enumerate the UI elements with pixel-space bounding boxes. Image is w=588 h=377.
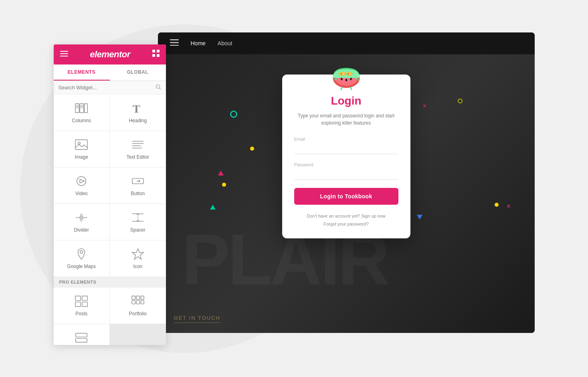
svg-text:♥: ♥ [347, 73, 349, 76]
deco-triangle-blue [417, 215, 422, 220]
svg-text:♥: ♥ [340, 73, 342, 76]
svg-rect-19 [75, 139, 87, 149]
svg-marker-26 [80, 179, 84, 183]
widget-portfolio[interactable]: Portfolio [110, 288, 166, 324]
get-in-touch: GET IN TOUCH [174, 315, 220, 323]
tab-elements[interactable]: ELEMENTS [54, 65, 110, 81]
image-icon [75, 138, 88, 151]
elementor-logo: elementor [90, 49, 130, 60]
svg-rect-41 [132, 296, 135, 299]
svg-text:T: T [133, 103, 140, 115]
email-field-container: Email [294, 137, 398, 154]
google-maps-icon [75, 248, 88, 260]
widget-posts-label: Posts [75, 311, 87, 317]
deco-circle-olive2 [458, 99, 463, 103]
widget-spacer[interactable]: Spacer [110, 204, 166, 240]
widget-form[interactable]: Form [54, 324, 110, 345]
svg-rect-9 [75, 103, 79, 113]
login-mascot: ♥ ♥ [330, 65, 362, 89]
widget-icon-label: Icon [133, 264, 142, 269]
login-card: ♥ ♥ Login Type your email and password l… [282, 75, 410, 239]
password-label: Password [294, 162, 398, 167]
widget-button[interactable]: Button [110, 167, 166, 204]
deco-x-top-right: × [423, 103, 426, 109]
svg-rect-6 [157, 54, 160, 57]
hero-area: × × × × PLAIR [158, 54, 535, 333]
sidebar-tabs: ELEMENTS GLOBAL [54, 65, 166, 81]
svg-rect-51 [170, 45, 179, 46]
svg-rect-50 [170, 42, 179, 43]
search-icon [156, 84, 161, 91]
widget-divider-label: Divider [74, 227, 89, 233]
grid-icon[interactable] [152, 50, 160, 59]
deco-dot-yellow2 [222, 183, 226, 187]
pro-elements-label: PRO ELEMENTS [54, 276, 166, 288]
widget-image[interactable]: Image [54, 131, 110, 167]
heading-icon: T [131, 102, 144, 115]
divider-icon [75, 211, 88, 224]
widget-button-label: Button [131, 191, 145, 196]
widget-heading-label: Heading [129, 118, 147, 123]
svg-rect-3 [152, 50, 155, 52]
svg-rect-10 [80, 103, 83, 113]
svg-rect-4 [157, 50, 160, 52]
main-container: elementor ELEMENTS GLOBAL [54, 32, 535, 345]
svg-line-65 [341, 87, 342, 90]
website-preview: Home About × × × × PLAIR [158, 32, 535, 333]
svg-rect-42 [136, 296, 139, 299]
deco-triangle-pink [218, 171, 224, 175]
navbar-menu-icon[interactable] [170, 38, 179, 48]
svg-rect-40 [82, 302, 87, 306]
navbar-links: Home About [191, 40, 232, 46]
svg-marker-36 [132, 248, 143, 259]
svg-rect-49 [170, 39, 179, 40]
deco-circle-teal [230, 111, 237, 118]
widget-google-maps[interactable]: Google Maps [54, 240, 110, 276]
search-input[interactable] [59, 85, 156, 91]
navbar-about[interactable]: About [218, 40, 232, 46]
text-editor-icon [131, 138, 144, 151]
deco-triangle-teal [210, 205, 216, 210]
widget-columns-label: Columns [72, 118, 91, 123]
posts-icon [75, 295, 88, 308]
deco-dot-yellow [250, 147, 254, 151]
email-label: Email [294, 137, 398, 141]
navbar-home[interactable]: Home [191, 40, 206, 46]
portfolio-icon [131, 295, 144, 308]
widget-columns[interactable]: Columns [54, 95, 110, 131]
email-input[interactable] [294, 143, 398, 154]
svg-rect-11 [85, 103, 88, 113]
widget-image-label: Image [75, 154, 88, 160]
widgets-grid: Columns T Heading [54, 95, 166, 276]
svg-rect-48 [76, 338, 87, 342]
widget-video[interactable]: Video [54, 167, 110, 204]
widget-text-editor[interactable]: Text Editor [110, 131, 166, 167]
svg-rect-37 [75, 296, 81, 300]
svg-marker-31 [80, 218, 83, 221]
password-input[interactable] [294, 169, 398, 180]
widget-google-maps-label: Google Maps [67, 264, 96, 269]
deco-yellow-right [495, 203, 499, 207]
widget-heading[interactable]: T Heading [110, 95, 166, 131]
login-title: Login [294, 95, 398, 107]
widget-divider[interactable]: Divider [54, 204, 110, 240]
widget-posts[interactable]: Posts [54, 288, 110, 324]
pro-widgets-grid: Posts Portfolio [54, 288, 166, 345]
svg-rect-1 [60, 53, 68, 54]
login-button[interactable]: Login to Tookbook [294, 188, 398, 205]
svg-rect-0 [60, 51, 68, 52]
tab-global[interactable]: GLOBAL [110, 65, 166, 81]
login-links: Don't have an account yet? Sign up now F… [294, 212, 398, 229]
svg-rect-47 [76, 333, 87, 337]
forgot-link[interactable]: Forgot your password? [294, 220, 398, 228]
svg-point-35 [80, 251, 83, 254]
widget-icon[interactable]: Icon [110, 240, 166, 276]
svg-point-7 [156, 85, 160, 88]
deco-x-pink-right: × [507, 203, 510, 210]
signup-link[interactable]: Don't have an account yet? Sign up now [294, 212, 398, 220]
widget-portfolio-label: Portfolio [129, 311, 147, 317]
elementor-sidebar: elementor ELEMENTS GLOBAL [54, 44, 166, 345]
svg-rect-44 [132, 300, 135, 304]
menu-icon[interactable] [60, 50, 68, 58]
columns-icon [75, 102, 88, 115]
